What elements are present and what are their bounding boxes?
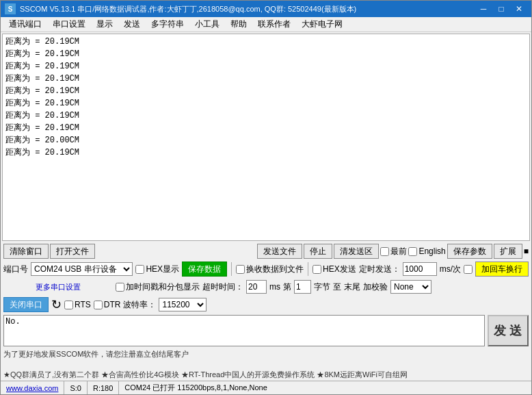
clear-send-button[interactable]: 清发送区 <box>334 244 379 259</box>
timeout-label: 超时时间： <box>202 281 243 293</box>
menu-tools[interactable]: 小工具 <box>189 18 225 31</box>
menu-website[interactable]: 大虾电子网 <box>296 18 348 31</box>
open-file-button[interactable]: 打开文件 <box>50 244 95 259</box>
recv-line: 距离为 = 20.19CM <box>5 85 527 97</box>
menu-comm-port[interactable]: 通讯端口 <box>3 18 47 31</box>
add-timestamp-label[interactable]: 加时间戳和分包显示 <box>116 281 200 293</box>
return-car-button[interactable]: 加回车换行 <box>475 262 529 277</box>
last-checkbox-label[interactable]: 最前 <box>380 246 407 257</box>
expand-button[interactable]: 扩展 <box>494 244 522 259</box>
menu-multi-string[interactable]: 多字符串 <box>146 18 189 31</box>
last-checkbox[interactable] <box>380 247 389 256</box>
timed-send-label: 定时发送： <box>359 264 400 275</box>
ad-text-2: ★QQ群满员了,没有第二个群 ★合宙高性价比4G模块 ★RT-Thread中国人… <box>3 370 408 379</box>
status-website: www.daxia.com <box>1 381 64 394</box>
status-s0-text: S:0 <box>70 384 81 392</box>
hex-send-text: HEX发送 <box>323 264 356 275</box>
menu-bar: 通讯端口 串口设置 显示 发送 多字符串 小工具 帮助 联系作者 大虾电子网 <box>1 17 531 32</box>
baud-select[interactable]: 115200 <box>159 298 207 311</box>
maximize-button[interactable]: □ <box>493 3 509 15</box>
rts-text: RTS <box>75 300 91 309</box>
status-r180: R:180 <box>88 381 119 394</box>
website-link[interactable]: www.daxia.com <box>6 384 58 392</box>
start-label: 至 <box>333 281 341 293</box>
dtr-text: DTR <box>104 300 121 309</box>
more-settings-link[interactable]: 更多串口设置 <box>3 282 113 292</box>
timed-unit-label: ms/次 <box>440 264 461 275</box>
rts-checkbox[interactable] <box>64 301 73 309</box>
status-bar: www.daxia.com S:0 R:180 COM24 已打开 115200… <box>1 381 531 394</box>
dtr-label[interactable]: DTR <box>94 300 121 309</box>
english-checkbox[interactable] <box>408 247 417 256</box>
add-timestamp-checkbox[interactable] <box>116 283 124 292</box>
hex-display-label[interactable]: HEX显示 <box>135 264 179 275</box>
expand-icon: ■ <box>524 246 529 256</box>
recv-line: 距离为 = 20.19CM <box>5 36 527 48</box>
page-input[interactable] <box>294 280 311 294</box>
port-label: 端口号 <box>3 264 28 275</box>
title-bar: S SSCOM V5.13.1 串口/网络数据调试器,作者:大虾丁丁,26180… <box>1 1 531 17</box>
timed-check-label[interactable] <box>464 265 473 274</box>
recv-line: 距离为 = 20.19CM <box>5 110 527 122</box>
notice-text-1: 为了更好地发展SSCOM软件，请您注册嘉立创结尾客户 <box>3 350 189 358</box>
timeout-unit: ms <box>269 282 280 292</box>
verify-label: 加校验 <box>363 281 388 293</box>
timed-check-checkbox[interactable] <box>464 265 473 274</box>
hex-send-label[interactable]: HEX发送 <box>312 264 356 275</box>
recv-line: 距离为 = 20.19CM <box>5 122 527 134</box>
english-label: English <box>418 246 445 256</box>
menu-display[interactable]: 显示 <box>91 18 118 31</box>
config-row-2: 更多串口设置 加时间戳和分包显示 超时时间： ms 第 字节 至 末尾 加校验 … <box>1 278 531 296</box>
baud-label: 波特率： <box>123 299 156 311</box>
hex-display-checkbox[interactable] <box>135 265 144 274</box>
hex-send-checkbox[interactable] <box>312 265 321 274</box>
main-area: 距离为 = 20.19CM距离为 = 20.19CM距离为 = 20.19CM距… <box>1 32 531 394</box>
timed-value-input[interactable] <box>403 262 437 276</box>
hex-display-text: HEX显示 <box>146 264 179 275</box>
minimize-button[interactable]: ─ <box>475 3 492 15</box>
last-label: 最前 <box>390 246 407 257</box>
recv-line: 距离为 = 20.19CM <box>5 73 527 85</box>
main-window: S SSCOM V5.13.1 串口/网络数据调试器,作者:大虾丁丁,26180… <box>0 0 532 395</box>
send-area-row: No. 发 送 <box>1 314 531 348</box>
port-open-row: 关闭串口 ↻ RTS DTR 波特率： 115200 <box>1 296 531 314</box>
clear-window-button[interactable]: 清除窗口 <box>3 244 49 259</box>
port-select[interactable]: COM24 USB 串行设备 <box>31 262 133 276</box>
refresh-icon[interactable]: ↻ <box>51 297 62 312</box>
page-label: 第 <box>283 281 291 293</box>
menu-help[interactable]: 帮助 <box>225 18 252 31</box>
menu-contact[interactable]: 联系作者 <box>252 18 296 31</box>
save-to-file-checkbox[interactable] <box>236 265 245 274</box>
recv-line: 距离为 = 20.19CM <box>5 97 527 110</box>
separator-2 <box>308 262 308 276</box>
timeout-input[interactable] <box>246 280 267 294</box>
recv-line: 距离为 = 20.19CM <box>5 60 527 73</box>
dtr-checkbox[interactable] <box>94 301 103 309</box>
rts-label[interactable]: RTS <box>64 300 91 309</box>
save-to-file-text: 换收数据到文件 <box>246 264 304 275</box>
verify-select[interactable]: None <box>390 280 431 294</box>
ad-row-2: ★QQ群满员了,没有第二个群 ★合宙高性价比4G模块 ★RT-Thread中国人… <box>1 368 531 381</box>
english-checkbox-label[interactable]: English <box>408 246 445 256</box>
close-button[interactable]: ✕ <box>511 3 527 15</box>
recv-area[interactable]: 距离为 = 20.19CM距离为 = 20.19CM距离为 = 20.19CM距… <box>2 34 530 241</box>
port-config-row: 端口号 COM24 USB 串行设备 HEX显示 保存数据 换收数据到文件 HE… <box>1 260 531 278</box>
title-text: SSCOM V5.13.1 串口/网络数据调试器,作者:大虾丁丁,2618058… <box>20 4 475 14</box>
send-button[interactable]: 发 送 <box>488 315 529 346</box>
separator-1 <box>231 262 232 276</box>
add-timestamp-text: 加时间戳和分包显示 <box>126 281 200 293</box>
save-data-button[interactable]: 保存数据 <box>182 262 227 277</box>
app-icon: S <box>5 3 16 14</box>
toolbar-row-1: 清除窗口 打开文件 发送文件 停止 清发送区 最前 English 保存参数 扩… <box>1 242 531 260</box>
close-port-button[interactable]: 关闭串口 <box>3 297 49 312</box>
save-to-file-label[interactable]: 换收数据到文件 <box>236 264 304 275</box>
status-r180-text: R:180 <box>93 384 113 392</box>
send-textarea[interactable]: No. <box>3 315 485 346</box>
save-param-button[interactable]: 保存参数 <box>447 244 492 259</box>
recv-line: 距离为 = 20.19CM <box>5 48 527 60</box>
send-file-button[interactable]: 发送文件 <box>257 244 302 259</box>
menu-send[interactable]: 发送 <box>118 18 146 31</box>
byte-label: 字节 <box>314 281 330 293</box>
stop-button[interactable]: 停止 <box>304 244 332 259</box>
menu-serial-settings[interactable]: 串口设置 <box>47 18 91 31</box>
